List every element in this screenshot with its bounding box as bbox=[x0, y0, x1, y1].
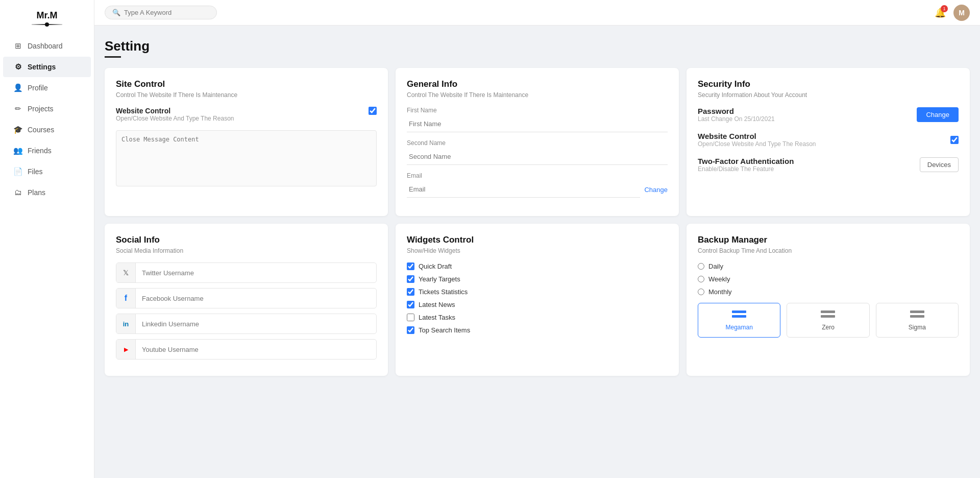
sidebar-item-friends[interactable]: 👥 Friends bbox=[3, 140, 91, 161]
security-website-control-row: Website Control Open/Close Website And T… bbox=[698, 132, 959, 148]
password-sublabel: Last Change On 25/10/2021 bbox=[698, 115, 775, 123]
cards-grid: Site Control Control The Website If Ther… bbox=[105, 68, 970, 376]
close-message-textarea[interactable] bbox=[116, 130, 377, 186]
security-website-label: Website Control bbox=[698, 132, 816, 140]
sidebar-item-label: Projects bbox=[28, 105, 54, 113]
sidebar: Mr.M ⊞ Dashboard ⚙ Settings 👤 Profile ✏ … bbox=[0, 0, 94, 478]
sidebar-item-settings[interactable]: ⚙ Settings bbox=[3, 57, 91, 77]
second-name-label: Second Name bbox=[407, 139, 668, 147]
website-control-row: Website Control Open/Close Website And T… bbox=[116, 107, 377, 122]
svg-rect-0 bbox=[732, 310, 746, 313]
social-info-card: Social Info Social Media Information 𝕏 f… bbox=[105, 224, 388, 376]
sidebar-item-dashboard[interactable]: ⊞ Dashboard bbox=[3, 36, 91, 56]
facebook-icon: f bbox=[116, 289, 136, 308]
second-name-group: Second Name bbox=[407, 139, 668, 165]
widgets-control-subtitle: Show/Hide Widgets bbox=[407, 247, 668, 254]
backup-manager-subtitle: Control Backup Time And Location bbox=[698, 247, 959, 254]
avatar[interactable]: M bbox=[953, 5, 970, 21]
search-input[interactable] bbox=[124, 9, 209, 16]
sidebar-logo: Mr.M bbox=[36, 10, 57, 21]
facebook-row: f bbox=[116, 288, 377, 308]
two-factor-row: Two-Factor Authentication Enable/Disable… bbox=[698, 157, 959, 173]
email-change-link[interactable]: Change bbox=[644, 186, 668, 194]
first-name-label: First Name bbox=[407, 107, 668, 114]
widget-top-search-checkbox[interactable] bbox=[407, 326, 414, 334]
widget-tickets-statistics: Tickets Statistics bbox=[407, 288, 668, 296]
email-input[interactable] bbox=[407, 181, 640, 198]
backup-monthly-radio[interactable] bbox=[698, 289, 704, 295]
backup-plan-zero[interactable]: Zero bbox=[787, 303, 869, 338]
general-info-title: General Info bbox=[407, 79, 668, 89]
profile-icon: 👤 bbox=[13, 83, 22, 92]
page-title: Setting bbox=[105, 38, 970, 54]
backup-manager-card: Backup Manager Control Backup Time And L… bbox=[687, 224, 970, 376]
notification-button[interactable]: 🔔 1 bbox=[935, 7, 946, 18]
widget-latest-tasks-checkbox[interactable] bbox=[407, 314, 414, 321]
notification-badge: 1 bbox=[941, 5, 948, 12]
twitter-icon: 𝕏 bbox=[116, 263, 136, 282]
header-right: 🔔 1 M bbox=[935, 5, 970, 21]
email-row: Change bbox=[407, 181, 668, 198]
facebook-input[interactable] bbox=[136, 291, 376, 306]
sidebar-item-files[interactable]: 📄 Files bbox=[3, 161, 91, 182]
sidebar-item-label: Profile bbox=[28, 84, 48, 92]
files-icon: 📄 bbox=[13, 167, 22, 176]
widget-quick-draft-checkbox[interactable] bbox=[407, 262, 414, 270]
backup-plan-megaman[interactable]: Megaman bbox=[698, 303, 780, 338]
plans-icon: 🗂 bbox=[13, 188, 22, 197]
widget-yearly-targets-checkbox[interactable] bbox=[407, 275, 414, 283]
widget-latest-news-label: Latest News bbox=[419, 301, 455, 308]
sidebar-item-plans[interactable]: 🗂 Plans bbox=[3, 182, 91, 202]
website-control-label: Website Control bbox=[116, 107, 234, 115]
megaman-icon bbox=[702, 309, 776, 321]
sidebar-item-label: Settings bbox=[28, 63, 56, 71]
backup-plan-sigma[interactable]: Sigma bbox=[876, 303, 959, 338]
security-info-subtitle: Security Information About Your Account bbox=[698, 91, 959, 99]
website-control-checkbox[interactable] bbox=[369, 107, 377, 115]
backup-daily-row: Daily bbox=[698, 262, 959, 270]
widgets-control-title: Widgets Control bbox=[407, 235, 668, 245]
linkedin-input[interactable] bbox=[136, 316, 376, 332]
twitter-input[interactable] bbox=[136, 265, 376, 281]
password-change-button[interactable]: Change bbox=[917, 107, 959, 122]
header: 🔍 🔔 1 M bbox=[94, 0, 980, 26]
megaman-label: Megaman bbox=[702, 324, 776, 331]
backup-daily-label: Daily bbox=[708, 262, 723, 270]
youtube-row: ▶ bbox=[116, 339, 377, 360]
courses-icon: 🎓 bbox=[13, 125, 22, 134]
twitter-row: 𝕏 bbox=[116, 262, 377, 283]
friends-icon: 👥 bbox=[13, 146, 22, 155]
widget-tickets-statistics-checkbox[interactable] bbox=[407, 288, 414, 296]
sidebar-item-profile[interactable]: 👤 Profile bbox=[3, 78, 91, 98]
site-control-subtitle: Control The Website If There Is Maintena… bbox=[116, 91, 377, 99]
sidebar-item-label: Dashboard bbox=[28, 42, 63, 50]
widget-yearly-targets-label: Yearly Targets bbox=[419, 275, 460, 283]
zero-icon bbox=[791, 309, 865, 321]
security-website-checkbox[interactable] bbox=[950, 136, 959, 144]
site-control-title: Site Control bbox=[116, 79, 377, 89]
sidebar-item-courses[interactable]: 🎓 Courses bbox=[3, 119, 91, 140]
first-name-input[interactable] bbox=[407, 116, 668, 132]
svg-rect-2 bbox=[821, 310, 835, 313]
second-name-input[interactable] bbox=[407, 149, 668, 165]
youtube-input[interactable] bbox=[136, 342, 376, 357]
search-box[interactable]: 🔍 bbox=[105, 6, 217, 19]
email-group: Email Change bbox=[407, 172, 668, 198]
social-info-title: Social Info bbox=[116, 235, 377, 245]
svg-rect-3 bbox=[821, 315, 835, 318]
widget-latest-news-checkbox[interactable] bbox=[407, 301, 414, 308]
backup-daily-radio[interactable] bbox=[698, 263, 704, 270]
widget-quick-draft-label: Quick Draft bbox=[419, 262, 452, 270]
svg-rect-1 bbox=[732, 315, 746, 318]
widgets-control-card: Widgets Control Show/Hide Widgets Quick … bbox=[396, 224, 679, 376]
sidebar-item-projects[interactable]: ✏ Projects bbox=[3, 99, 91, 119]
main-content: 🔍 🔔 1 M Setting Site Control Control The… bbox=[94, 0, 980, 478]
widget-yearly-targets: Yearly Targets bbox=[407, 275, 668, 283]
sidebar-nav: ⊞ Dashboard ⚙ Settings 👤 Profile ✏ Proje… bbox=[0, 35, 94, 203]
page-title-underline bbox=[105, 56, 121, 58]
backup-weekly-radio[interactable] bbox=[698, 276, 704, 282]
devices-button[interactable]: Devices bbox=[920, 157, 959, 172]
two-factor-sublabel: Enable/Disable The Feature bbox=[698, 165, 794, 173]
social-info-subtitle: Social Media Information bbox=[116, 247, 377, 254]
sidebar-item-label: Files bbox=[28, 168, 43, 176]
